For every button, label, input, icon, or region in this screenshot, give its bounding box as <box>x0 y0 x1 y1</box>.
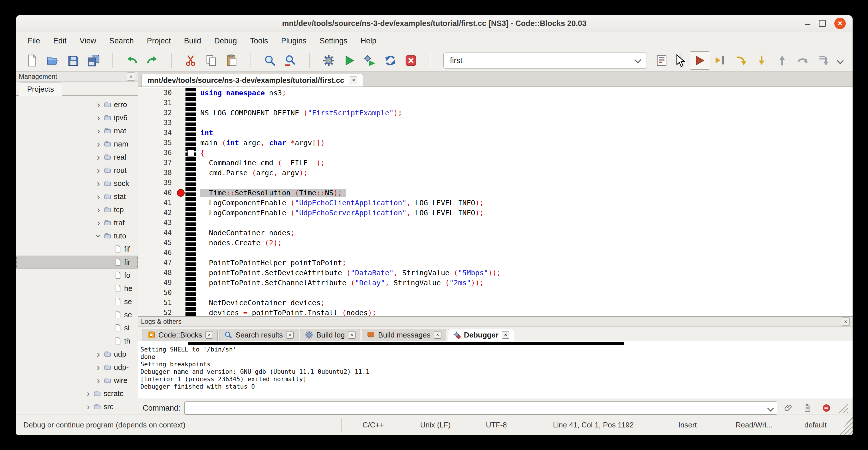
breakpoint-icon[interactable] <box>177 189 185 197</box>
log-tab-search-results[interactable]: Search results× <box>219 329 299 341</box>
breakpoint-margin[interactable] <box>176 258 185 268</box>
close-tab-icon[interactable]: × <box>348 331 355 339</box>
breakpoint-margin[interactable] <box>176 208 185 218</box>
tree-item-th[interactable]: th <box>16 334 138 348</box>
debug-continue-icon[interactable] <box>690 51 710 70</box>
chevron-right-icon[interactable]: › <box>83 401 93 412</box>
breakpoint-margin[interactable] <box>176 238 185 248</box>
debugger-log[interactable]: Setting SHELL to '/bin/sh'doneSetting br… <box>138 341 852 399</box>
tree-item-sock[interactable]: ›sock <box>16 177 138 190</box>
log-tab-build-messages[interactable]: Build messages× <box>362 329 446 341</box>
command-dropdown-button[interactable] <box>764 402 777 414</box>
close-tab-icon[interactable]: × <box>502 331 509 339</box>
chevron-right-icon[interactable]: › <box>93 375 103 386</box>
chevron-right-icon[interactable]: › <box>93 191 103 202</box>
compiler-messages-icon[interactable] <box>651 51 672 70</box>
chevron-right-icon[interactable]: › <box>93 99 103 110</box>
log-tab-code-blocks[interactable]: Code::Blocks× <box>142 329 218 341</box>
run-icon[interactable] <box>339 51 360 70</box>
menu-item-build[interactable]: Build <box>178 34 208 48</box>
tree-item-ipv6[interactable]: ›ipv6 <box>16 111 138 124</box>
find-icon[interactable] <box>260 51 280 70</box>
step-into-icon[interactable] <box>751 51 772 70</box>
build-target-combo[interactable]: first <box>443 53 647 68</box>
code-editor[interactable]: 30using namespace ns3;3132NS_LOG_COMPONE… <box>138 87 852 317</box>
breakpoint-margin[interactable] <box>176 158 185 168</box>
tree-item-mat[interactable]: ›mat <box>16 124 138 137</box>
breakpoint-margin[interactable] <box>176 278 185 288</box>
close-panel-icon[interactable]: × <box>127 72 135 81</box>
menu-item-tools[interactable]: Tools <box>243 34 275 48</box>
stop-debugger-button[interactable] <box>819 401 834 415</box>
chevron-right-icon[interactable]: › <box>93 113 103 123</box>
maximize-button[interactable] <box>819 20 826 27</box>
tree-item-nam[interactable]: ›nam <box>16 137 138 150</box>
build-icon[interactable] <box>318 51 339 70</box>
menu-item-debug[interactable]: Debug <box>208 34 244 48</box>
breakpoint-margin[interactable] <box>176 168 185 178</box>
rebuild-icon[interactable] <box>380 51 401 70</box>
menu-item-edit[interactable]: Edit <box>47 34 73 48</box>
breakpoint-margin[interactable] <box>176 218 185 228</box>
minimize-button[interactable]: – <box>805 21 810 26</box>
open-file-icon[interactable] <box>42 51 63 70</box>
toolbar-overflow-button[interactable] <box>834 58 847 63</box>
tree-item-src[interactable]: ›src <box>16 400 138 413</box>
breakpoint-margin[interactable] <box>176 98 185 108</box>
menu-item-file[interactable]: File <box>21 34 47 48</box>
close-tab-icon[interactable]: × <box>434 331 441 339</box>
breakpoint-margin[interactable] <box>176 198 185 208</box>
paste-icon[interactable] <box>221 51 242 70</box>
replace-icon[interactable] <box>280 51 301 70</box>
close-button[interactable]: × <box>834 18 846 29</box>
tree-item-erro[interactable]: ›erro <box>16 98 138 111</box>
breakpoint-margin[interactable] <box>176 308 185 317</box>
menu-item-search[interactable]: Search <box>103 34 141 48</box>
log-tab-debugger[interactable]: Debugger× <box>448 329 514 341</box>
breakpoint-margin[interactable] <box>176 138 185 148</box>
tree-item-se[interactable]: se <box>16 295 138 308</box>
abort-icon[interactable] <box>401 51 421 70</box>
run-to-cursor-icon[interactable] <box>710 51 731 70</box>
chevron-right-icon[interactable]: › <box>93 152 103 162</box>
breakpoint-margin[interactable] <box>176 298 185 308</box>
breakpoint-margin[interactable] <box>176 268 185 278</box>
tree-item-scratc[interactable]: ›scratc <box>16 387 138 400</box>
chevron-right-icon[interactable]: › <box>93 362 103 372</box>
tree-item-fif[interactable]: fif <box>16 242 138 256</box>
tree-item-se[interactable]: se <box>16 308 138 321</box>
menu-item-project[interactable]: Project <box>141 34 178 48</box>
tree-item-traf[interactable]: ›traf <box>16 216 138 229</box>
close-tab-icon[interactable]: × <box>350 77 357 84</box>
next-line-icon[interactable] <box>731 51 751 70</box>
breakpoint-margin[interactable] <box>176 108 185 118</box>
save-icon[interactable] <box>63 51 83 70</box>
tree-item-he[interactable]: he <box>16 282 138 295</box>
breakpoint-margin[interactable] <box>176 148 185 158</box>
log-tab-build-log[interactable]: Build log× <box>300 329 361 341</box>
chevron-right-icon[interactable]: › <box>93 349 103 359</box>
chevron-right-icon[interactable]: › <box>93 178 103 189</box>
tab-projects[interactable]: Projects <box>19 83 62 96</box>
close-tab-icon[interactable]: × <box>206 331 213 339</box>
tree-item-tuto[interactable]: ›tuto <box>16 229 138 242</box>
chevron-right-icon[interactable]: › <box>93 139 103 149</box>
breakpoint-margin[interactable] <box>176 288 185 298</box>
breakpoint-margin[interactable] <box>176 88 185 98</box>
breakpoint-margin[interactable] <box>176 118 185 128</box>
chevron-right-icon[interactable]: › <box>93 126 103 136</box>
chevron-down-icon[interactable]: › <box>93 231 104 241</box>
undo-icon[interactable] <box>122 51 142 70</box>
window-resize-grip[interactable] <box>838 415 852 435</box>
save-all-icon[interactable] <box>83 51 104 70</box>
copy-icon[interactable] <box>201 51 221 70</box>
tree-item-udp[interactable]: ›udp- <box>16 361 138 374</box>
tree-item-stat[interactable]: ›stat <box>16 190 138 203</box>
close-logs-icon[interactable]: × <box>842 318 850 326</box>
close-tab-icon[interactable]: × <box>286 331 293 339</box>
chevron-right-icon[interactable]: › <box>93 165 103 176</box>
tree-item-fo[interactable]: fo <box>16 269 138 282</box>
breakpoint-margin[interactable] <box>176 178 185 188</box>
breakpoint-margin[interactable] <box>176 228 185 238</box>
editor-tab-first-cc[interactable]: mnt/dev/tools/source/ns-3-dev/examples/t… <box>142 74 363 87</box>
